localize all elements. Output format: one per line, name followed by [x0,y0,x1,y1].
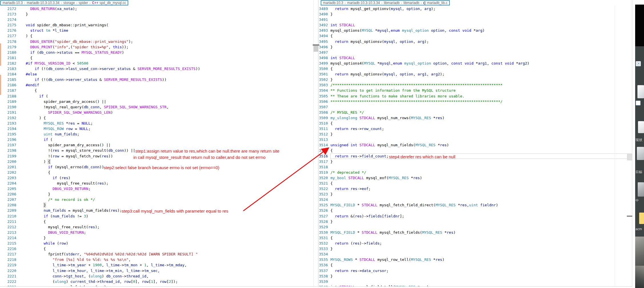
code-line[interactable]: 2208 } [0,202,313,208]
code-line[interactable]: 2217 fprintf(stderr, "%04d%02d%02d %02d:… [0,251,313,257]
code-line[interactable]: 3526{ [318,208,632,213]
code-line[interactable]: 3527 return &(res)->fields[fieldnr]; [318,213,632,219]
desktop-file-icon[interactable] [638,182,644,197]
code-area-right[interactable]: 3489 return mysql_get_optionv(mysql, opt… [318,6,632,288]
code-line[interactable]: 2178 DBUG_ENTER("spider_db_mbase::print_… [0,39,313,44]
code-line[interactable]: 2179 DBUG_PRINT("info",("spider this=%p"… [0,44,313,50]
code-line[interactable]: 3490} [318,11,632,17]
desktop-recycle-icon[interactable] [637,85,644,98]
desktop-icon-label[interactable]: 目标 [635,170,642,175]
breadcrumb-item[interactable]: libmariadb [404,1,419,5]
code-line[interactable]: 2184#else [0,71,313,77]
code-line[interactable]: 2207 /* no record is ok */ [0,197,313,202]
code-line[interactable]: 2212 mysql_free_result(res); [0,224,313,230]
code-line[interactable]: 3499mysql_options4(MYSQL *mysql,enum mys… [318,61,632,66]
code-line[interactable]: 3520my_bool STDCALL mysql_eof(MYSQL_RES … [318,175,632,181]
code-line[interactable]: 2182#if MYSQL_VERSION_ID < 50500 [0,61,313,66]
code-line[interactable]: 2188 if ( [0,93,313,99]
code-line[interactable]: 2216 { [0,246,313,251]
right-scrollbar-thumb[interactable] [627,154,632,160]
code-line[interactable]: 2206 } [0,191,313,197]
code-line[interactable]: 3523} [318,191,632,197]
desktop-icon-label[interactable]: acm [635,227,642,231]
code-line[interactable]: 3514unsigned int STDCALL mysql_num_field… [318,142,632,148]
code-line[interactable]: 2222 (ulong) current_thd->thread_id, row… [0,279,313,284]
code-line[interactable]: 3492int STDCALL [318,22,632,28]
desktop-file-icon[interactable] [637,147,644,160]
code-line[interactable]: 3505** These are functions to make share… [318,93,632,99]
code-line[interactable]: 3528} [318,219,632,224]
code-line[interactable]: 3493mysql_options(MYSQL *mysql,enum mysq… [318,28,632,33]
code-line[interactable]: 3529 [318,224,632,230]
code-line[interactable]: 2197 spider_param_dry_access() || [0,142,313,148]
code-line[interactable]: 3537 return res->data_cursor; [318,268,632,273]
code-line[interactable]: 3501 return mysql_optionsv(mysql, option… [318,71,632,77]
code-line[interactable]: 3508/* MYSQL_RES */ [318,110,632,115]
code-line[interactable]: 3515{ [318,148,632,153]
code-line[interactable]: 3539 [318,279,632,284]
code-line[interactable]: 3504** Functions to get information from… [318,88,632,93]
code-line[interactable]: 3533} [318,246,632,251]
breadcrumb-filename[interactable]: spd_db_mysql.cc [100,1,126,5]
code-line[interactable]: 3489 return mysql_get_optionv(mysql, opt… [318,6,632,11]
code-line[interactable]: 3521{ [318,181,632,186]
breadcrumb-filename[interactable]: mariadb_lib.c [427,1,447,5]
breadcrumb-item[interactable]: storage [63,1,75,5]
right-sash-handle[interactable] [627,216,632,217]
split-sash[interactable] [318,0,318,288]
code-line[interactable]: 3511 return res->row_count; [318,126,632,131]
code-line[interactable]: 2204 mysql_free_result(res); [0,181,313,186]
code-line[interactable]: 3495 return mysql_optionsv(mysql, option… [318,39,632,44]
desktop-shortcut-icon[interactable]: ↗ [636,61,641,66]
code-line[interactable]: 2175void spider_db_mbase::print_warnings… [0,22,313,28]
breadcrumb-item[interactable]: mariadb-10.3 [3,1,23,5]
code-line[interactable]: 2219 l_time->tm_year + 1900, l_time->tm_… [0,262,313,268]
code-line[interactable]: 2192 ) { [0,115,313,121]
code-line[interactable]: 3516 return res->field_count; [318,153,632,159]
code-line[interactable]: 3506************************************… [318,99,632,104]
code-line[interactable]: 2176 struct tm *l_time [0,28,313,33]
code-line[interactable]: 3532 return (res)->fields; [318,241,632,246]
code-line[interactable]: 2202 { [0,170,313,175]
code-line[interactable]: 3510{ [318,121,632,126]
code-line[interactable]: 3502} [318,77,632,82]
code-line[interactable]: 3535MYSQL_ROWS * STDCALL mysql_row_tell(… [318,257,632,262]
code-line[interactable]: 3497 [318,50,632,55]
breadcrumb-right[interactable]: mariadb-10.3›mariadb-10.3-10.3.34›libmar… [321,0,450,5]
breadcrumb-item[interactable]: libmariadb [384,1,400,5]
breadcrumb-item[interactable]: spider [79,1,88,5]
code-line[interactable]: 3534 [318,251,632,257]
code-line[interactable]: 2196 if ( [0,137,313,142]
code-line[interactable]: 2215 while (row) [0,241,313,246]
code-line[interactable]: 3525MYSQL_FIELD * STDCALL mysql_fetch_fi… [318,202,632,208]
code-line[interactable]: 2221 conn->tgt_host, (ulong) db_conn->th… [0,273,313,279]
breadcrumb-left[interactable]: mariadb-10.3›mariadb-10.3-10.3.34›storag… [0,0,128,5]
code-line[interactable]: 2181 { [0,55,313,61]
code-line[interactable]: 2205 DBUG_VOID_RETURN; [0,186,313,191]
code-line[interactable]: 3494{ [318,33,632,39]
code-line[interactable]: 3500{ [318,66,632,71]
code-line[interactable]: 2211 { [0,219,313,224]
code-line[interactable]: 3517} [318,159,632,164]
code-line[interactable]: 2177) { [0,33,313,39]
code-line[interactable]: 2172 DBUG_RETURN(xa_nota); [0,6,313,11]
code-line[interactable]: 3538} [318,273,632,279]
breadcrumb-item[interactable]: mariadb-10.3-10.3.34 [347,1,380,5]
breadcrumb-item[interactable]: mariadb-10.3-10.3.34 [27,1,59,5]
code-line[interactable]: 3530MYSQL_FIELD * STDCALL mysql_fetch_fi… [318,230,632,235]
code-line[interactable]: 3519/* deprecated */ [318,170,632,175]
code-line[interactable]: 3507 [318,104,632,110]
code-line[interactable]: 2180 if (db_conn->status == MYSQL_STATUS… [0,50,313,55]
code-line[interactable]: 2183 if (!(db_conn->last_used_con->serve… [0,66,313,71]
code-line[interactable]: 2220 l_time->tm_hour, l_time->tm_min, l_… [0,268,313,273]
breadcrumb-item[interactable]: mariadb-10.3 [323,1,343,5]
code-line[interactable]: 2173} [0,11,313,17]
code-line[interactable]: 2218 "from [%s] %ld to %ld: %s %s %s\n", [0,257,313,262]
code-line[interactable]: 2214 } [0,235,313,241]
code-area-left[interactable]: 2172 DBUG_RETURN(xa_nota);2173}21742175v… [0,6,313,288]
code-line[interactable]: 2190 !mysql_real_query(db_conn, SPIDER_S… [0,104,313,110]
code-line[interactable]: 3522 return res->eof; [318,186,632,191]
code-line[interactable]: 2186#endif [0,82,313,88]
code-line[interactable]: 3512} [318,131,632,137]
code-line[interactable]: 2203 if (res) [0,175,313,181]
